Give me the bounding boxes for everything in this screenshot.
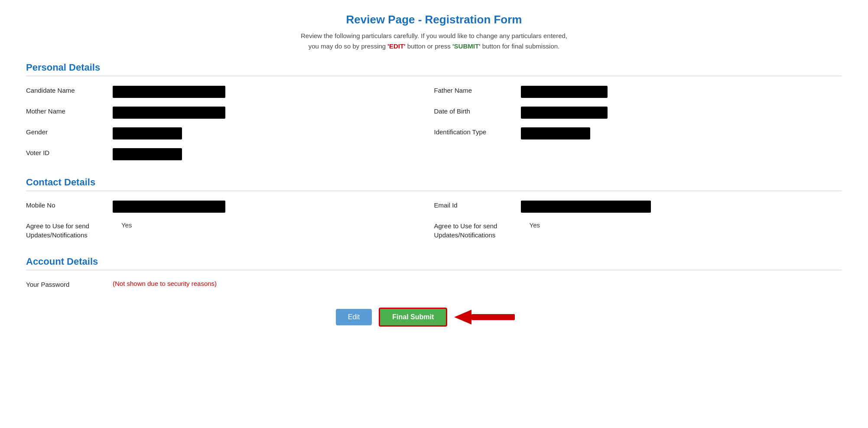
final-submit-button[interactable]: Final Submit — [379, 308, 447, 327]
contact-details-title: Contact Details — [26, 177, 842, 188]
section-divider-contact — [26, 191, 842, 191]
arrow-svg — [454, 306, 532, 328]
dob-value — [521, 107, 608, 119]
father-name-value — [521, 86, 608, 98]
mobile-value — [113, 201, 225, 213]
id-type-label: Identification Type — [434, 127, 521, 137]
field-father-name: Father Name — [434, 81, 842, 102]
account-details-section: Account Details Your Password (Not shown… — [26, 256, 842, 294]
edit-button[interactable]: Edit — [336, 309, 372, 325]
mobile-label: Mobile No — [26, 201, 113, 211]
agree-right-label: Agree to Use for sendUpdates/Notificatio… — [434, 221, 530, 240]
father-name-label: Father Name — [434, 86, 521, 96]
field-agree-right: Agree to Use for sendUpdates/Notificatio… — [434, 217, 842, 244]
contact-details-section: Contact Details Mobile No Email Id Agree… — [26, 177, 842, 244]
field-dob: Date of Birth — [434, 102, 842, 123]
field-gender: Gender — [26, 123, 434, 144]
agree-right-value: Yes — [530, 221, 540, 229]
field-id-type: Identification Type — [434, 123, 842, 144]
contact-fields-grid: Mobile No Email Id Agree to Use for send… — [26, 196, 842, 244]
page-title: Review Page - Registration Form — [26, 13, 842, 26]
candidate-name-label: Candidate Name — [26, 86, 113, 96]
candidate-name-value — [113, 86, 225, 98]
field-agree-left: Agree to Use for sendUpdates/Notificatio… — [26, 217, 434, 244]
voter-id-value — [113, 148, 182, 160]
account-details-title: Account Details — [26, 256, 842, 267]
id-type-value — [521, 127, 590, 139]
subtitle: Review the following particulars careful… — [26, 31, 842, 52]
agree-left-label: Agree to Use for sendUpdates/Notificatio… — [26, 221, 121, 240]
section-divider-account — [26, 270, 842, 270]
field-empty — [434, 144, 842, 165]
agree-left-value: Yes — [121, 221, 132, 229]
mother-name-value — [113, 107, 225, 119]
field-candidate-name: Candidate Name — [26, 81, 434, 102]
personal-fields-grid: Candidate Name Father Name Mother Name D… — [26, 81, 842, 165]
buttons-row: Edit Final Submit — [26, 306, 842, 328]
voter-id-label: Voter ID — [26, 148, 113, 158]
svg-rect-0 — [471, 314, 515, 320]
arrow-indicator — [454, 306, 532, 328]
gender-label: Gender — [26, 127, 113, 137]
section-divider — [26, 76, 842, 76]
field-voter-id: Voter ID — [26, 144, 434, 165]
mother-name-label: Mother Name — [26, 107, 113, 117]
field-email: Email Id — [434, 196, 842, 217]
svg-marker-1 — [454, 310, 471, 324]
email-value — [521, 201, 651, 213]
password-note: (Not shown due to security reasons) — [113, 280, 217, 287]
field-password: Your Password (Not shown due to security… — [26, 276, 842, 294]
dob-label: Date of Birth — [434, 107, 521, 117]
password-label: Your Password — [26, 280, 113, 290]
field-mother-name: Mother Name — [26, 102, 434, 123]
field-mobile: Mobile No — [26, 196, 434, 217]
personal-details-section: Personal Details Candidate Name Father N… — [26, 62, 842, 165]
email-label: Email Id — [434, 201, 521, 211]
gender-value — [113, 127, 182, 139]
personal-details-title: Personal Details — [26, 62, 842, 73]
